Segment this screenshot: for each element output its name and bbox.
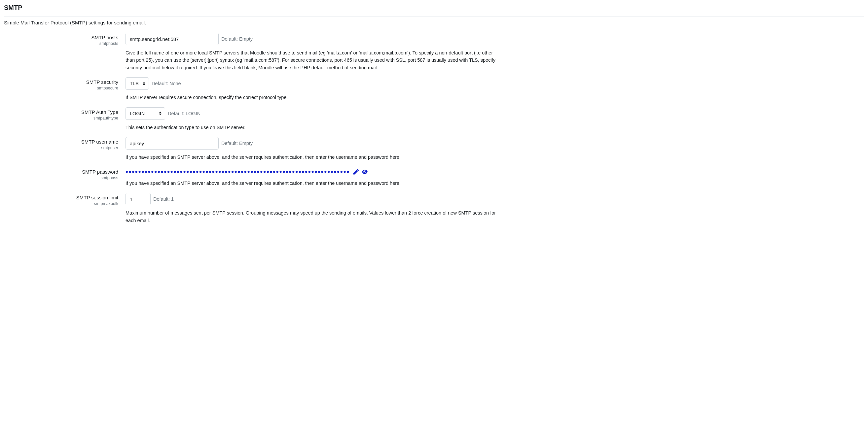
label-smtppass: SMTP password <box>4 169 118 175</box>
smtpmaxbulk-help: Maximum number of messages sent per SMTP… <box>125 209 502 224</box>
smtpsecure-default: Default: None <box>152 81 181 86</box>
smtpauthtype-help: This sets the authentication type to use… <box>125 124 502 131</box>
smtpuser-help: If you have specified an SMTP server abo… <box>125 154 502 161</box>
smtphosts-input[interactable] <box>125 33 219 45</box>
smtpmaxbulk-default: Default: 1 <box>153 196 174 202</box>
smtpmaxbulk-input[interactable] <box>125 193 151 205</box>
smtppass-mask: ••••••••••••••••••••••••••••••••••••••••… <box>125 168 350 176</box>
label-smtpuser: SMTP username <box>4 139 118 144</box>
label-smtphosts: SMTP hosts <box>4 35 118 40</box>
edit-icon[interactable] <box>353 169 359 175</box>
eye-icon[interactable] <box>362 169 368 175</box>
label-smtpmaxbulk: SMTP session limit <box>4 195 118 200</box>
smtphosts-help: Give the full name of one or more local … <box>125 49 502 71</box>
setting-smtpsecure: SMTP security smtpsecure TLS Default: No… <box>4 77 864 101</box>
section-description: Simple Mail Transfer Protocol (SMTP) set… <box>4 20 864 25</box>
setting-smtpmaxbulk: SMTP session limit smtpmaxbulk Default: … <box>4 193 864 224</box>
name-smtphosts: smtphosts <box>4 41 118 46</box>
name-smtpsecure: smtpsecure <box>4 86 118 91</box>
name-smtpauthtype: smtpauthtype <box>4 116 118 121</box>
label-smtpauthtype: SMTP Auth Type <box>4 109 118 115</box>
smtpauthtype-default: Default: LOGIN <box>168 111 200 116</box>
smtpuser-input[interactable] <box>125 137 219 149</box>
setting-smtppass: SMTP password smtppass •••••••••••••••••… <box>4 167 864 187</box>
setting-smtpauthtype: SMTP Auth Type smtpauthtype LOGIN Defaul… <box>4 107 864 131</box>
smtpsecure-select[interactable]: TLS <box>126 78 149 89</box>
setting-smtpuser: SMTP username smtpuser Default: Empty If… <box>4 137 864 161</box>
name-smtpuser: smtpuser <box>4 145 118 150</box>
smtpsecure-help: If SMTP server requires secure connectio… <box>125 94 502 101</box>
smtppass-help: If you have specified an SMTP server abo… <box>125 179 502 187</box>
smtphosts-default: Default: Empty <box>221 36 253 42</box>
setting-smtphosts: SMTP hosts smtphosts Default: Empty Give… <box>4 33 864 71</box>
label-smtpsecure: SMTP security <box>4 79 118 85</box>
smtpuser-default: Default: Empty <box>221 141 253 146</box>
section-title: SMTP <box>4 4 864 16</box>
name-smtpmaxbulk: smtpmaxbulk <box>4 201 118 206</box>
name-smtppass: smtppass <box>4 176 118 180</box>
smtpauthtype-select[interactable]: LOGIN <box>126 109 165 119</box>
